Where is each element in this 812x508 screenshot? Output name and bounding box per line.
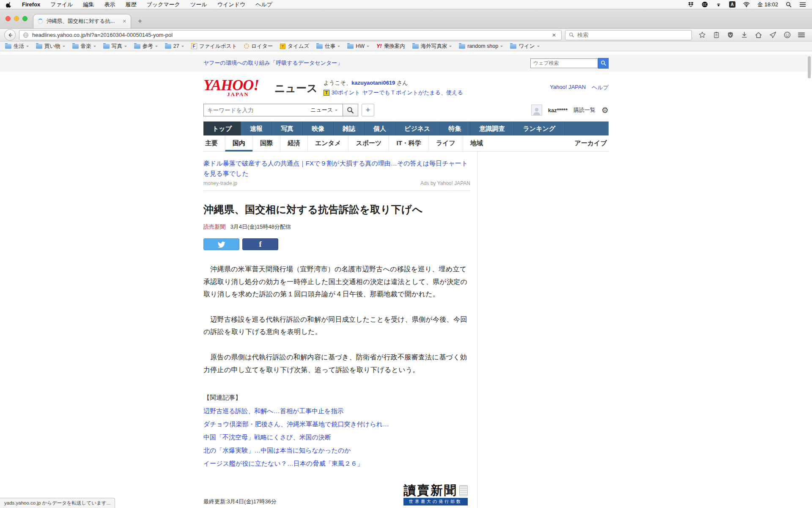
url-text[interactable]: headlines.yahoo.co.jp/hl?a=20160304-0005… xyxy=(32,32,547,38)
subnav-entertainment[interactable]: エンタメ xyxy=(307,135,348,152)
extension-smiley-icon[interactable] xyxy=(784,31,791,39)
bookmark-folder-life[interactable]: 生活 xyxy=(5,43,29,50)
bookmark-transit[interactable]: Y!乗換案内 xyxy=(376,43,405,50)
nav-tab-top[interactable]: トップ xyxy=(203,121,241,135)
downloads-icon[interactable] xyxy=(741,31,748,39)
wireless-device-icon[interactable] xyxy=(716,1,721,8)
menubar-item-tools[interactable]: ツール xyxy=(190,1,207,8)
search-scope-dropdown[interactable]: ニュース xyxy=(310,106,339,114)
bookmark-folder-27[interactable]: 27 xyxy=(165,43,184,49)
nav-tab-ranking[interactable]: ランキング xyxy=(514,121,565,135)
menubar-item-bookmarks[interactable]: ブックマーク xyxy=(147,1,181,8)
browser-search-box[interactable] xyxy=(565,30,692,40)
nav-tab-photo[interactable]: 写真 xyxy=(272,121,303,135)
bookmark-folder-hw[interactable]: HW xyxy=(347,43,369,49)
nav-tab-personal[interactable]: 個人 xyxy=(365,121,395,135)
menubar-item-history[interactable]: 履歴 xyxy=(126,1,137,8)
article-source-link[interactable]: 読売新聞 xyxy=(203,224,225,230)
bookmark-reuters[interactable]: ロイター xyxy=(244,43,273,50)
web-search-button[interactable] xyxy=(598,58,609,69)
news-search-input[interactable] xyxy=(207,107,310,113)
web-search-input[interactable] xyxy=(530,58,598,68)
menubar-item-firefox[interactable]: Firefox xyxy=(22,1,40,8)
nav-tab-video[interactable]: 映像 xyxy=(303,121,334,135)
bookmark-filepost[interactable]: Fファイルポスト xyxy=(191,43,237,50)
menubar-item-edit[interactable]: 編集 xyxy=(83,1,94,8)
menubar-item-file[interactable]: ファイル xyxy=(50,1,73,8)
window-close-button[interactable] xyxy=(5,16,11,21)
subnav-economy[interactable]: 経済 xyxy=(280,135,307,152)
new-tab-button[interactable]: + xyxy=(134,16,145,26)
add-keyword-button[interactable]: + xyxy=(362,104,374,116)
window-minimize-button[interactable] xyxy=(14,16,19,21)
input-method-icon[interactable]: A xyxy=(729,1,735,8)
dropbox-icon[interactable] xyxy=(688,2,694,8)
account-id[interactable]: kaz***** xyxy=(548,107,568,113)
username-link[interactable]: kazuyaotani0619 xyxy=(351,80,395,86)
related-link[interactable]: 辺野古巡る訴訟、和解へ…首相が工事中止を指示 xyxy=(203,404,470,417)
related-link[interactable]: ダチョウ倶楽部・肥後さん、沖縄米軍基地で銃口突き付けられ… xyxy=(203,417,470,431)
bookmark-folder-random-shop[interactable]: random shop xyxy=(459,43,503,49)
menubar-item-help[interactable]: ヘルプ xyxy=(255,1,272,8)
nav-tab-magazine[interactable]: 雑誌 xyxy=(334,121,365,135)
nav-tab-business[interactable]: ビジネス xyxy=(395,121,439,135)
related-link[interactable]: 中国「不沈空母」戦略にくさび、米国の決断 xyxy=(203,431,470,444)
bookmark-folder-photo[interactable]: 写真 xyxy=(103,43,127,50)
bookmark-folder-shopping[interactable]: 買い物 xyxy=(36,43,65,50)
bookmark-folder-work[interactable]: 仕事 xyxy=(316,43,340,50)
scrollbar-thumb[interactable] xyxy=(808,56,811,78)
subnav-world[interactable]: 国際 xyxy=(252,135,280,152)
window-zoom-button[interactable] xyxy=(22,16,27,21)
reading-list-icon[interactable] xyxy=(713,31,720,39)
address-bar[interactable]: headlines.yahoo.co.jp/hl?a=20160304-0005… xyxy=(19,30,562,40)
subnav-major[interactable]: 主要 xyxy=(203,135,225,152)
subnav-domestic[interactable]: 国内 xyxy=(225,135,252,152)
menubar-item-window[interactable]: ウインドウ xyxy=(217,1,246,8)
site-identity-globe-icon[interactable] xyxy=(23,32,29,38)
facebook-share-button[interactable]: f xyxy=(242,238,278,250)
share-plane-icon[interactable] xyxy=(769,31,776,39)
provider-logo[interactable]: 讀賣新聞 世界最大の発行部数 xyxy=(403,484,468,505)
subnav-it-science[interactable]: IT・科学 xyxy=(389,135,428,152)
yahoo-japan-link[interactable]: Yahoo! JAPAN xyxy=(550,84,586,91)
notification-center-icon[interactable] xyxy=(799,2,806,7)
tab-close-icon[interactable]: ✕ xyxy=(123,19,126,24)
bookmark-folder-wine[interactable]: ワイン xyxy=(510,43,539,50)
nav-tab-poll[interactable]: 意識調査 xyxy=(470,121,514,135)
related-link[interactable]: イージス艦が役に立たない？…日本の脅威「東風２６」 xyxy=(203,457,470,470)
gear-icon[interactable]: ⚙ xyxy=(601,105,609,115)
bookmark-times[interactable]: Tタイムズ xyxy=(280,43,309,50)
home-icon[interactable] xyxy=(755,31,762,39)
news-search-box[interactable]: ニュース xyxy=(203,104,343,116)
bookmark-folder-overseas-photo[interactable]: 海外写真家 xyxy=(412,43,452,50)
avatar[interactable] xyxy=(531,105,542,116)
bookmark-folder-music[interactable]: 音楽 xyxy=(72,43,96,50)
subnav-life[interactable]: ライフ xyxy=(428,135,463,152)
subnav-region[interactable]: 地域 xyxy=(463,135,490,152)
creative-cloud-icon[interactable] xyxy=(702,1,708,8)
bookmark-star-icon[interactable] xyxy=(699,31,706,39)
help-link[interactable]: ヘルプ xyxy=(592,84,609,91)
twitter-share-button[interactable] xyxy=(203,238,239,250)
back-button[interactable] xyxy=(4,29,16,41)
ads-by-label[interactable]: Ads by Yahoo! JAPAN xyxy=(420,180,470,186)
archive-link[interactable]: アーカイブ xyxy=(575,139,609,147)
yahoo-logo[interactable]: YAHOO! JAPAN xyxy=(203,77,274,98)
menubar-item-view[interactable]: 表示 xyxy=(104,1,115,8)
menu-hamburger-icon[interactable] xyxy=(798,32,805,38)
news-search-button[interactable] xyxy=(343,104,358,116)
browser-tab[interactable]: 沖縄県、国交相に対する抗... ✕ xyxy=(33,14,131,28)
nav-tab-flash[interactable]: 速報 xyxy=(241,121,272,135)
stop-loading-icon[interactable]: ✕ xyxy=(550,32,558,38)
bookmark-folder-reference[interactable]: 参考 xyxy=(134,43,158,50)
subscription-list-link[interactable]: 購読一覧 xyxy=(573,106,595,114)
wifi-icon[interactable] xyxy=(743,2,750,7)
browser-search-input[interactable] xyxy=(577,32,688,38)
subnav-sports[interactable]: スポーツ xyxy=(348,135,389,152)
shield-icon[interactable] xyxy=(727,31,734,39)
menubar-clock[interactable]: 金 18:02 xyxy=(757,1,778,8)
spotlight-icon[interactable] xyxy=(786,2,792,8)
points-note-link[interactable]: ヤフーでもＴポイントがたまる、使える xyxy=(362,88,463,97)
promo-banner-link[interactable]: ヤフーの環境への取り組み「呼吸するデータセンター」 xyxy=(203,59,343,67)
nav-tab-feature[interactable]: 特集 xyxy=(439,121,470,135)
